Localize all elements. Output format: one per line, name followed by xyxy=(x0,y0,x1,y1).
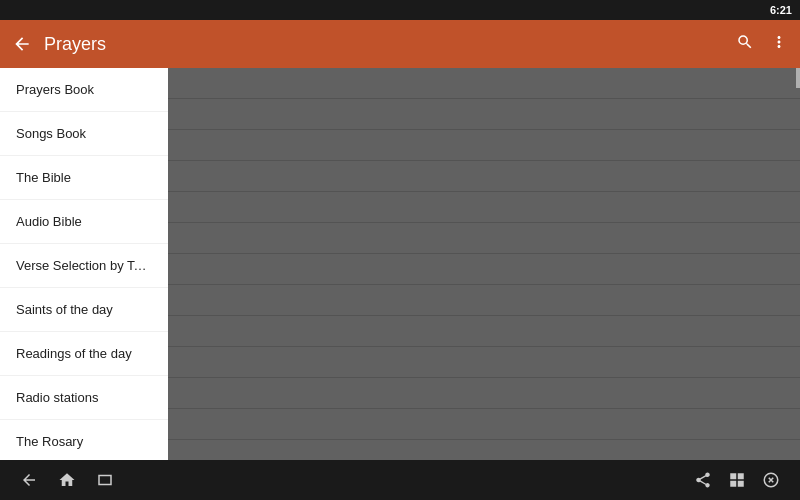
drawer-item-songs-book[interactable]: Songs Book xyxy=(0,112,168,156)
nav-share-button[interactable] xyxy=(694,471,712,489)
drawer-item-the-rosary[interactable]: The Rosary xyxy=(0,420,168,460)
navigation-bar xyxy=(0,460,800,500)
status-time: 6:21 xyxy=(770,4,792,16)
nav-close-button[interactable] xyxy=(762,471,780,489)
back-button[interactable] xyxy=(12,34,32,54)
drawer-item-radio-stations[interactable]: Radio stations xyxy=(0,376,168,420)
app-title: Prayers xyxy=(44,34,736,55)
nav-back-button[interactable] xyxy=(20,471,38,489)
status-bar: 6:21 xyxy=(0,0,800,20)
nav-recents-button[interactable] xyxy=(96,471,114,489)
nav-window-button[interactable] xyxy=(728,471,746,489)
nav-right-icons xyxy=(694,471,780,489)
navigation-drawer: Prayers BookSongs BookThe BibleAudio Bib… xyxy=(0,68,168,460)
content-area xyxy=(168,68,800,460)
content-lines xyxy=(168,68,800,460)
app-bar: Prayers xyxy=(0,20,800,68)
drawer-item-the-bible[interactable]: The Bible xyxy=(0,156,168,200)
drawer-item-saints-of-the-day[interactable]: Saints of the day xyxy=(0,288,168,332)
drawer-item-readings-of-the-day[interactable]: Readings of the day xyxy=(0,332,168,376)
scroll-indicator xyxy=(796,68,800,88)
search-button[interactable] xyxy=(736,33,754,56)
nav-home-button[interactable] xyxy=(58,471,76,489)
nav-left-icons xyxy=(20,471,114,489)
drawer-item-prayers-book[interactable]: Prayers Book xyxy=(0,68,168,112)
main-content: Prayers BookSongs BookThe BibleAudio Bib… xyxy=(0,68,800,460)
drawer-item-audio-bible[interactable]: Audio Bible xyxy=(0,200,168,244)
more-options-button[interactable] xyxy=(770,33,788,56)
app-bar-actions xyxy=(736,33,788,56)
drawer-item-verse-selection[interactable]: Verse Selection by Topics xyxy=(0,244,168,288)
